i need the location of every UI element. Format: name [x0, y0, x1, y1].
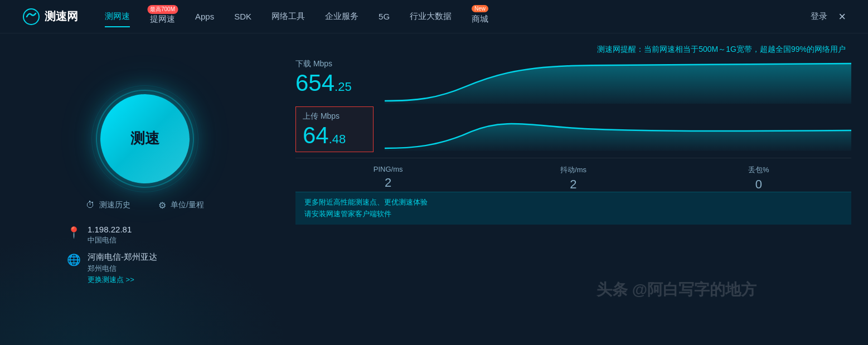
banner-line1: 更多附近高性能测速点、更优测速体验 [304, 198, 428, 206]
reminder-pct: 99% [791, 45, 807, 54]
controls-row: ⏱ 测速历史 ⚙ 单位/量程 [86, 200, 204, 211]
nav-item-shop[interactable]: New 商城 [462, 4, 498, 29]
nav-item-speed-test[interactable]: 测网速 [95, 7, 140, 26]
jitter-stat: 抖动/ms 2 [481, 165, 666, 192]
ip-address: 1.198.22.81 [88, 225, 132, 234]
ping-label: PING/ms [295, 165, 481, 173]
ip-row: 📍 1.198.22.81 中国电信 [67, 225, 223, 245]
right-panel: 测速网提醒：当前网速相当于500M～1G宽带，超越全国99%的网络用户 下载 M… [290, 33, 868, 345]
download-value: 654.25 [295, 71, 374, 95]
nav-badge-new: New [472, 5, 488, 12]
nav-item-bigdata[interactable]: 行业大数据 [400, 7, 462, 26]
upload-value: 64.48 [303, 124, 366, 147]
stats-row: PING/ms 2 抖动/ms 2 丢包% 0 [295, 158, 851, 192]
location-label: 河南电信-郑州亚达 [88, 252, 157, 263]
reminder-text: 测速网提醒：当前网速相当于500M～1G宽带，超越全国99%的网络用户 [295, 45, 851, 55]
svg-point-0 [23, 9, 39, 25]
speed-test-button[interactable]: 测速 [100, 94, 190, 183]
ping-stat: PING/ms 2 [295, 165, 481, 192]
bottom-banner: 更多附近高性能测速点、更优测速体验 请安装网速管家客户端软件 [295, 192, 851, 225]
location-row: 🌐 河南电信-郑州亚达 郑州电信 更换测速点 >> [67, 252, 223, 285]
speed-test-label: 测速 [130, 129, 159, 148]
nav-item-sdk[interactable]: SDK [224, 7, 261, 26]
logo-icon [22, 8, 40, 26]
header-right: 登录 × [811, 9, 846, 24]
download-chart [385, 59, 851, 104]
nav-item-enterprise[interactable]: 企业服务 [315, 7, 368, 26]
location-text: 河南电信-郑州亚达 郑州电信 更换测速点 >> [88, 252, 157, 285]
isp-label: 中国电信 [88, 235, 132, 245]
banner-line2: 请安装网速管家客户端软件 [304, 210, 391, 218]
nav-badge-boost: 最高700M [147, 5, 178, 14]
settings-icon: ⚙ [158, 200, 166, 211]
left-panel: 测速 ⏱ 测速历史 ⚙ 单位/量程 📍 1.198.22.81 中国电信 [0, 33, 290, 345]
upload-chart-svg [385, 106, 851, 151]
download-label-group: 下载 Mbps 654.25 [295, 59, 374, 95]
ip-text: 1.198.22.81 中国电信 [88, 225, 132, 245]
nav-item-apps[interactable]: Apps [185, 7, 224, 26]
globe-icon: 🌐 [67, 253, 81, 266]
ip-info: 📍 1.198.22.81 中国电信 🌐 河南电信-郑州亚达 郑州电信 更换测速… [67, 225, 223, 285]
logo-text: 测速网 [45, 9, 78, 24]
settings-label: 单位/量程 [171, 200, 204, 210]
change-node-link[interactable]: 更换测速点 >> [88, 275, 157, 285]
upload-box: 上传 Mbps 64.48 [295, 106, 374, 152]
download-section: 下载 Mbps 654.25 [295, 59, 851, 104]
download-chart-svg [385, 59, 851, 104]
logo: 测速网 [22, 8, 78, 26]
nav-item-5g[interactable]: 5G [368, 7, 400, 26]
nav-item-boost[interactable]: 最高700M 提网速 [140, 4, 185, 29]
history-icon: ⏱ [86, 200, 95, 210]
loss-label: 丢包% [666, 165, 851, 175]
upload-label: 上传 Mbps [303, 111, 366, 122]
upload-section: 上传 Mbps 64.48 [295, 106, 851, 152]
history-label: 测速历史 [99, 200, 130, 210]
loss-value: 0 [666, 177, 851, 192]
loss-stat: 丢包% 0 [666, 165, 851, 192]
upload-chart [385, 106, 851, 151]
login-button[interactable]: 登录 [811, 11, 827, 22]
isp2-label: 郑州电信 [88, 264, 157, 274]
nav-item-tools[interactable]: 网络工具 [261, 7, 315, 26]
close-button[interactable]: × [838, 9, 846, 24]
settings-control[interactable]: ⚙ 单位/量程 [158, 200, 204, 211]
jitter-value: 2 [481, 177, 666, 192]
jitter-label: 抖动/ms [481, 165, 666, 175]
main-content: 测速 ⏱ 测速历史 ⚙ 单位/量程 📍 1.198.22.81 中国电信 [0, 33, 868, 345]
main-nav: 测网速 最高700M 提网速 Apps SDK 网络工具 企业服务 5G 行业大… [95, 4, 811, 29]
location-icon: 📍 [67, 226, 81, 239]
history-control[interactable]: ⏱ 测速历史 [86, 200, 130, 211]
ping-value: 2 [295, 176, 481, 190]
download-label: 下载 Mbps [295, 59, 374, 69]
header: 测速网 测网速 最高700M 提网速 Apps SDK 网络工具 企业服务 5G… [0, 0, 868, 33]
